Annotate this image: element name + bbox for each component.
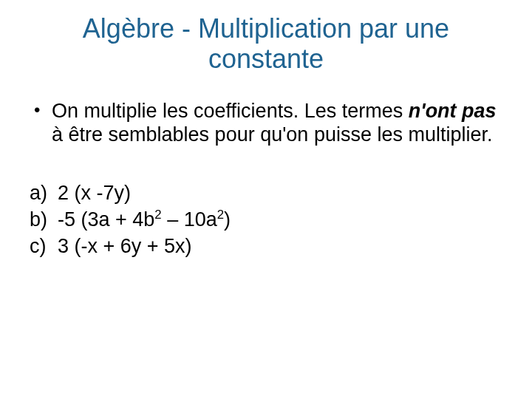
bullet-item: On multiplie les coefficients. Les terme…	[30, 100, 502, 147]
bullet-text-part1: On multiplie les coefficients. Les terme…	[52, 100, 409, 122]
expr-part: -5 (3a + 4b	[58, 208, 154, 231]
exercise-label: c)	[30, 233, 47, 259]
expr-part: )	[224, 208, 231, 231]
exercise-list: a) 2 (x -7y) b) -5 (3a + 4b2 – 10a2) c) …	[30, 180, 502, 260]
exercise-expression: -5 (3a + 4b2 – 10a2)	[58, 208, 231, 231]
expr-part: – 10a	[162, 208, 217, 231]
bullet-list: On multiplie les coefficients. Les terme…	[30, 100, 502, 147]
exercise-item-b: b) -5 (3a + 4b2 – 10a2)	[30, 206, 502, 233]
slide-title: Algèbre - Multiplication par une constan…	[30, 13, 502, 75]
exercise-item-a: a) 2 (x -7y)	[30, 180, 502, 206]
exercise-label: a)	[30, 180, 47, 206]
superscript: 2	[154, 208, 161, 222]
bullet-emphasis: n'ont pas	[409, 100, 497, 122]
bullet-text-part2: à être semblables pour qu'on puisse les …	[52, 123, 492, 146]
exercise-item-c: c) 3 (-x + 6y + 5x)	[30, 233, 502, 259]
superscript: 2	[217, 208, 224, 222]
exercise-expression: 3 (-x + 6y + 5x)	[58, 235, 192, 257]
exercise-expression: 2 (x -7y)	[58, 182, 131, 204]
exercise-label: b)	[30, 206, 47, 233]
